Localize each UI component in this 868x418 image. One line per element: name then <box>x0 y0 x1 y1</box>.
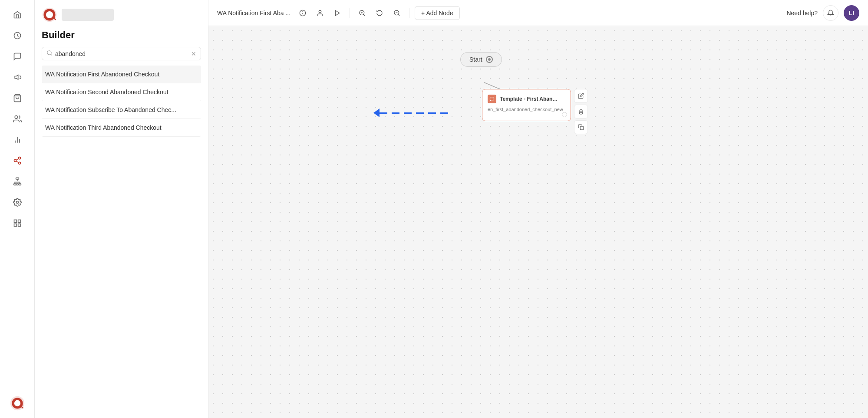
nav-apps[interactable] <box>8 214 27 233</box>
toolbar-separator-2 <box>409 8 409 18</box>
canvas[interactable]: Start Template - First Abando... en_firs… <box>208 26 868 418</box>
svg-rect-16 <box>14 220 17 223</box>
builder-title: Builder <box>42 30 201 41</box>
svg-point-7 <box>14 160 16 162</box>
arrow-head-icon <box>373 109 380 117</box>
svg-line-32 <box>363 14 365 16</box>
play-button[interactable] <box>330 6 344 20</box>
svg-line-9 <box>16 161 19 162</box>
nav-settings[interactable] <box>8 193 27 212</box>
nav-share[interactable] <box>8 151 27 170</box>
nav-hierarchy[interactable] <box>8 172 27 191</box>
svg-rect-39 <box>580 126 584 130</box>
svg-point-8 <box>18 162 20 164</box>
nav-chat[interactable] <box>8 47 27 66</box>
toolbar-right: Need help? LI <box>786 5 859 21</box>
svg-line-10 <box>16 158 19 160</box>
list-item[interactable]: WA Notification Third Abandoned Checkout <box>42 119 201 137</box>
toolbar-icons: + Add Node <box>296 6 460 20</box>
start-label: Start <box>469 56 482 63</box>
clear-search-icon[interactable]: ✕ <box>191 50 196 57</box>
list-item[interactable]: WA Notification Second Abandoned Checkou… <box>42 83 201 101</box>
template-node-body: en_first_abandoned_checkout_new <box>488 107 565 112</box>
left-navigation <box>0 0 35 418</box>
template-node-title: Template - First Abando... <box>500 96 561 102</box>
nav-chart[interactable] <box>8 130 27 149</box>
nav-megaphone[interactable] <box>8 68 27 87</box>
logo-text-placeholder <box>62 9 114 21</box>
notification-button[interactable] <box>823 5 838 21</box>
svg-rect-14 <box>19 184 21 185</box>
start-node[interactable]: Start <box>460 52 502 67</box>
zoom-in-button[interactable] <box>355 6 369 20</box>
main-area: WA Notification First Aba ... + Add <box>208 0 868 418</box>
reset-zoom-button[interactable] <box>373 6 386 20</box>
sidebar-logo-area <box>42 7 201 23</box>
zoom-out-button[interactable] <box>390 6 404 20</box>
toolbar-separator <box>350 8 350 18</box>
workflow-title: WA Notification First Aba ... <box>217 10 290 16</box>
add-node-button[interactable]: + Add Node <box>415 6 460 20</box>
svg-point-15 <box>16 201 18 204</box>
duplicate-node-button[interactable] <box>574 120 588 134</box>
edit-node-button[interactable] <box>574 89 588 103</box>
svg-point-24 <box>47 51 51 55</box>
svg-point-23 <box>46 11 53 18</box>
svg-rect-12 <box>13 184 16 185</box>
nav-home[interactable] <box>8 5 27 24</box>
list-item[interactable]: WA Notification First Abandoned Checkout <box>42 66 201 83</box>
svg-rect-18 <box>14 224 17 227</box>
svg-rect-11 <box>16 178 19 179</box>
nav-store[interactable] <box>8 89 27 108</box>
svg-point-6 <box>18 157 20 159</box>
template-node-connector <box>562 112 567 117</box>
dashed-arrow-indicator <box>373 109 449 117</box>
svg-point-29 <box>319 10 321 13</box>
brand-logo <box>42 7 57 23</box>
search-icon <box>46 50 53 57</box>
svg-rect-19 <box>18 224 20 227</box>
search-input[interactable] <box>55 50 191 57</box>
svg-point-21 <box>14 400 20 406</box>
help-link[interactable]: Need help? <box>786 10 818 16</box>
svg-point-2 <box>15 116 18 119</box>
svg-marker-30 <box>335 10 339 16</box>
dashed-line <box>380 112 449 114</box>
svg-line-36 <box>398 14 399 16</box>
svg-line-25 <box>51 54 52 56</box>
sidebar: Builder ✕ WA Notification First Abandone… <box>35 0 208 418</box>
svg-rect-17 <box>18 220 20 223</box>
template-node-header: Template - First Abando... <box>488 95 565 103</box>
info-button[interactable] <box>296 6 310 20</box>
nav-people[interactable] <box>8 109 27 128</box>
bottom-logo <box>8 394 27 413</box>
nav-compass[interactable] <box>8 26 27 45</box>
node-actions-panel <box>574 89 588 134</box>
user-avatar[interactable]: LI <box>844 5 859 21</box>
delete-node-button[interactable] <box>574 105 588 118</box>
connector-lines <box>208 26 868 418</box>
start-dot-icon <box>486 56 493 63</box>
template-type-icon <box>488 95 496 103</box>
user-button[interactable] <box>313 6 327 20</box>
svg-rect-13 <box>16 184 18 185</box>
search-results-list: WA Notification First Abandoned Checkout… <box>42 66 201 137</box>
template-node[interactable]: Template - First Abando... en_first_aban… <box>482 89 571 121</box>
search-container: ✕ <box>42 47 201 60</box>
list-item[interactable]: WA Notification Subscribe To Abandoned C… <box>42 101 201 119</box>
toolbar: WA Notification First Aba ... + Add <box>208 0 868 26</box>
